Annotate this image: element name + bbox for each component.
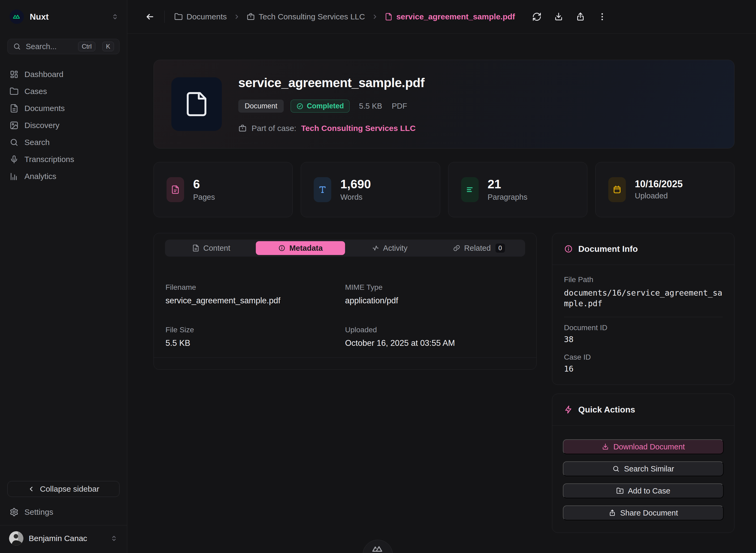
tab-bar: Content Metadata Activity Related xyxy=(165,240,525,256)
avatar xyxy=(9,531,23,546)
tab-content[interactable]: Content xyxy=(166,241,256,255)
case-link[interactable]: Tech Consulting Services LLC xyxy=(301,124,415,133)
file-icon xyxy=(385,13,393,21)
breadcrumb-item-documents[interactable]: Documents xyxy=(174,12,227,21)
sidebar-item-label: Cases xyxy=(24,87,47,96)
sidebar-item-dashboard[interactable]: Dashboard xyxy=(0,66,127,83)
stat-label: Uploaded xyxy=(635,191,683,200)
stat-label: Pages xyxy=(193,193,215,202)
download-button[interactable] xyxy=(554,12,563,21)
download-icon xyxy=(602,443,609,451)
related-count-badge: 0 xyxy=(496,244,505,253)
activity-icon xyxy=(372,244,379,252)
lower-section: Content Metadata Activity Related xyxy=(154,233,735,533)
breadcrumb-item-case[interactable]: Tech Consulting Services LLC xyxy=(246,12,365,21)
document-hero-card: service_agreement_sample.pdf Document Co… xyxy=(154,60,735,149)
sidebar-item-transcriptions[interactable]: Transcriptions xyxy=(0,151,127,168)
search-input[interactable] xyxy=(26,42,73,51)
search-icon xyxy=(612,465,620,473)
sidebar-item-search[interactable]: Search xyxy=(0,134,127,151)
type-badge: Document xyxy=(238,100,284,112)
gear-icon xyxy=(10,507,19,517)
bar-chart-icon xyxy=(10,172,19,181)
sidebar-item-label: Discovery xyxy=(24,121,60,130)
tab-related[interactable]: Related 0 xyxy=(434,241,524,255)
zap-icon xyxy=(564,405,573,414)
field-value: 5.5 KB xyxy=(165,338,345,348)
stat-label: Words xyxy=(340,193,371,202)
metadata-fields: Filename service_agreement_sample.pdf MI… xyxy=(154,263,536,348)
kbd-k: K xyxy=(102,42,114,51)
sidebar-item-documents[interactable]: Documents xyxy=(0,100,127,117)
page-header: Documents Tech Consulting Services LLC s… xyxy=(127,0,756,34)
header-actions xyxy=(532,12,607,21)
stat-value: 1,690 xyxy=(340,178,371,190)
folder-icon xyxy=(10,87,19,96)
chevrons-up-down-icon xyxy=(110,534,118,542)
field-label: Uploaded xyxy=(345,326,525,334)
right-column: Document Info File Path documents/16/ser… xyxy=(552,233,735,533)
download-document-button[interactable]: Download Document xyxy=(563,439,724,454)
sidebar-item-settings[interactable]: Settings xyxy=(0,504,127,520)
button-label: Download Document xyxy=(613,443,685,451)
stats-row: 6 Pages 1,690 Words 21 Paragraphs xyxy=(154,162,735,217)
tab-label: Metadata xyxy=(289,244,323,253)
sidebar-item-discovery[interactable]: Discovery xyxy=(0,117,127,134)
sidebar-item-cases[interactable]: Cases xyxy=(0,83,127,100)
refresh-button[interactable] xyxy=(532,12,542,21)
workspace-switcher[interactable]: Nuxt xyxy=(0,0,127,24)
stat-value: 6 xyxy=(193,178,215,190)
main: Documents Tech Consulting Services LLC s… xyxy=(127,0,756,553)
quick-actions-card: Quick Actions Download Document Search S… xyxy=(552,394,735,533)
status-badge-label: Completed xyxy=(307,102,344,110)
tab-metadata[interactable]: Metadata xyxy=(256,241,345,255)
stat-card-paragraphs: 21 Paragraphs xyxy=(448,162,587,217)
back-button[interactable] xyxy=(145,12,155,22)
stat-card-pages: 6 Pages xyxy=(154,162,293,217)
field-label: File Size xyxy=(165,326,345,334)
sidebar-item-label: Search xyxy=(24,138,50,147)
document-info-card: Document Info File Path documents/16/ser… xyxy=(552,233,735,385)
align-left-icon xyxy=(461,177,479,202)
more-options-button[interactable] xyxy=(597,12,607,21)
sidebar-item-label: Dashboard xyxy=(24,70,64,79)
sidebar-item-analytics[interactable]: Analytics xyxy=(0,168,127,185)
sidebar-item-label: Analytics xyxy=(24,172,56,181)
card-title: Document Info xyxy=(578,244,638,254)
quick-actions-header: Quick Actions xyxy=(552,394,734,425)
field-value: service_agreement_sample.pdf xyxy=(165,296,345,305)
search-similar-button[interactable]: Search Similar xyxy=(563,461,724,476)
breadcrumb-item-current[interactable]: service_agreement_sample.pdf xyxy=(385,12,515,21)
button-label: Share Document xyxy=(620,508,678,518)
add-to-case-button[interactable]: Add to Case xyxy=(563,483,724,498)
case-id-value: 16 xyxy=(564,364,723,374)
user-menu[interactable]: Benjamin Canac xyxy=(0,525,127,553)
share-button[interactable] xyxy=(576,12,585,21)
document-id-value: 38 xyxy=(564,335,723,344)
document-thumbnail xyxy=(171,77,222,131)
search-input-wrap[interactable]: Ctrl K xyxy=(7,39,120,54)
sidebar-item-label: Documents xyxy=(24,104,65,113)
sidebar-item-label: Transcriptions xyxy=(24,155,74,164)
stat-value: 21 xyxy=(488,178,528,190)
collapse-sidebar-button[interactable]: Collapse sidebar xyxy=(7,481,120,497)
settings-label: Settings xyxy=(24,507,53,517)
breadcrumb-label: service_agreement_sample.pdf xyxy=(396,12,515,21)
tab-activity[interactable]: Activity xyxy=(345,241,434,255)
stat-label: Paragraphs xyxy=(488,193,528,202)
tab-label: Activity xyxy=(383,244,407,253)
type-icon xyxy=(314,177,331,202)
status-badge: Completed xyxy=(291,100,350,112)
breadcrumb-label: Documents xyxy=(186,12,227,21)
info-icon xyxy=(564,244,573,253)
share-document-button[interactable]: Share Document xyxy=(563,505,724,520)
image-icon xyxy=(10,121,19,130)
tab-label: Content xyxy=(203,244,230,253)
button-label: Add to Case xyxy=(628,487,671,495)
case-id-block: Case ID 16 xyxy=(564,353,723,374)
search-icon xyxy=(13,43,21,51)
button-label: Search Similar xyxy=(624,465,674,473)
file-path-label: File Path xyxy=(564,275,723,284)
document-id-block: Document ID 38 xyxy=(564,323,723,344)
case-label: Part of case: xyxy=(251,124,296,133)
